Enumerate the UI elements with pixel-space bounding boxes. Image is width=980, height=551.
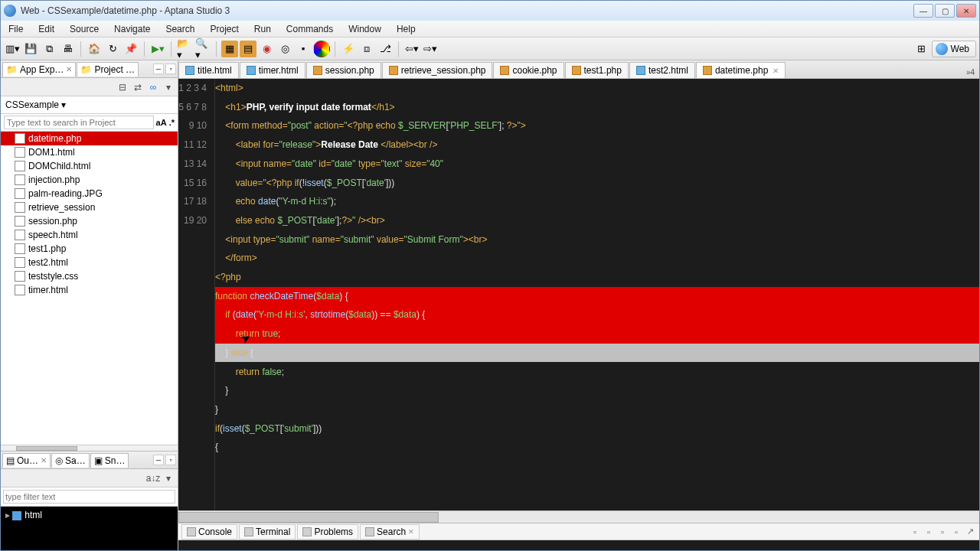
view-grid-button[interactable]: ▦ — [221, 41, 238, 57]
layout-icon[interactable]: ▫ — [936, 526, 949, 538]
file-icon — [15, 285, 25, 295]
orb-blue-icon[interactable]: ◎ — [276, 41, 293, 57]
menu-edit[interactable]: Edit — [31, 21, 62, 37]
tab-app-explorer[interactable]: 📁 App Exp… ✕ — [2, 62, 76, 77]
code-area[interactable]: <html> <h1>PHP, verify input date format… — [215, 79, 979, 510]
menu-window[interactable]: Window — [341, 21, 389, 37]
branch-icon[interactable]: ⎇ — [377, 41, 394, 57]
screen-icon[interactable]: ▪ — [295, 41, 312, 57]
minimize-button[interactable]: — — [913, 4, 933, 18]
link-editor-icon[interactable]: ⇄ — [132, 81, 144, 93]
save-all-button[interactable]: ⧉ — [41, 41, 57, 57]
file-item[interactable]: DOMChild.html — [1, 159, 178, 173]
close-icon[interactable]: ✕ — [41, 456, 47, 465]
file-tree[interactable]: datetime.phpDOM1.htmlDOMChild.htmlinject… — [1, 132, 178, 445]
view-menu-icon[interactable]: ▾ — [162, 81, 175, 93]
close-button[interactable]: ✕ — [956, 4, 976, 18]
menu-search[interactable]: Search — [158, 21, 202, 37]
search-button[interactable]: 🔍▾ — [194, 41, 211, 57]
menu-file[interactable]: File — [1, 21, 31, 37]
panel-tab-search[interactable]: Search✕ — [360, 524, 420, 540]
view-list-button[interactable]: ▤ — [240, 41, 256, 57]
file-item[interactable]: timer.html — [1, 283, 178, 297]
menu-project[interactable]: Project — [202, 21, 246, 37]
save-button[interactable]: 💾 — [22, 41, 39, 57]
forward-button[interactable]: ⇨▾ — [422, 41, 439, 57]
editor-tab[interactable]: test2.html — [629, 62, 695, 78]
file-item[interactable]: palm-reading.JPG — [1, 187, 178, 201]
clear-icon[interactable]: ▫ — [923, 526, 935, 538]
menu-source[interactable]: Source — [62, 21, 106, 37]
new-dropdown-button[interactable]: ▥▾ — [4, 41, 21, 57]
file-item[interactable]: teststyle.css — [1, 269, 178, 283]
refresh-button[interactable]: ↻ — [104, 41, 121, 57]
code-editor[interactable]: 1 2 3 4 5 6 7 8 9 10 11 12 13 14 15 16 1… — [178, 79, 979, 510]
outline-menu-icon[interactable]: ▾ — [162, 472, 175, 484]
menu-run[interactable]: Run — [247, 21, 279, 37]
minimize-view-icon[interactable]: ─ — [153, 64, 164, 74]
tab-snippets[interactable]: ▣ Sn… — [90, 453, 129, 468]
web-perspective-button[interactable]: Web — [932, 41, 976, 57]
outline-node-html[interactable]: html — [5, 510, 173, 520]
file-item[interactable]: test1.php — [1, 242, 178, 256]
pin-button[interactable]: 📌 — [122, 41, 139, 57]
tab-outline[interactable]: ▤ Ou… ✕ — [2, 453, 51, 468]
regex-toggle[interactable]: .* — [169, 118, 175, 127]
orb-red-icon[interactable]: ◉ — [258, 41, 275, 57]
wand-icon[interactable]: ⚡ — [340, 41, 357, 57]
project-search-input[interactable] — [4, 116, 154, 129]
tab-samples[interactable]: ◎ Sa… — [51, 453, 90, 468]
menu-help[interactable]: Help — [389, 21, 423, 37]
editor-tab[interactable]: timer.html — [240, 62, 305, 78]
file-item[interactable]: session.php — [1, 214, 178, 228]
more-tabs-button[interactable]: »4 — [962, 67, 979, 78]
editor-h-scrollbar[interactable] — [178, 510, 979, 523]
editor-tab[interactable]: datetime.php✕ — [696, 62, 786, 78]
editor-tab[interactable]: cookie.php — [493, 62, 564, 78]
back-button[interactable]: ⇦▾ — [403, 41, 420, 57]
outline-tree[interactable]: html — [1, 507, 178, 550]
maximize-view-icon[interactable]: ▫ — [165, 64, 176, 74]
link-icon[interactable]: ∞ — [147, 81, 159, 93]
file-item[interactable]: injection.php — [1, 173, 178, 187]
collapse-all-icon[interactable]: ⊟ — [116, 81, 129, 93]
editor-tab[interactable]: test1.php — [565, 62, 629, 78]
code-content[interactable]: <html> <h1>PHP, verify input date format… — [215, 79, 979, 457]
panel-tab-terminal[interactable]: Terminal — [239, 524, 296, 540]
project-selector[interactable]: CSSexample ▾ — [1, 96, 178, 114]
tree-h-scrollbar[interactable] — [1, 445, 178, 451]
menu-commands[interactable]: Commands — [279, 21, 341, 37]
color-wheel-icon[interactable] — [313, 41, 330, 57]
tab-project[interactable]: 📁 Project … — [77, 62, 139, 77]
minimize-view-icon[interactable]: ─ — [153, 455, 164, 465]
menu-icon[interactable]: ▫ — [950, 526, 962, 538]
outline-filter-input[interactable] — [3, 490, 175, 504]
editor-tab[interactable]: title.html — [178, 62, 239, 78]
file-item[interactable]: test2.html — [1, 256, 178, 269]
maximize-button[interactable]: ▢ — [935, 4, 955, 18]
case-toggle[interactable]: aA — [156, 118, 167, 127]
file-item[interactable]: datetime.php — [1, 132, 178, 145]
tree-icon[interactable]: ⧈ — [358, 41, 375, 57]
close-icon[interactable]: ✕ — [773, 67, 779, 75]
file-item[interactable]: speech.html — [1, 228, 178, 242]
file-item[interactable]: retrieve_session — [1, 201, 178, 214]
close-icon[interactable]: ✕ — [408, 528, 414, 536]
editor-tab[interactable]: session.php — [306, 62, 381, 78]
print-button[interactable]: 🖶 — [59, 41, 76, 57]
maximize-view-icon[interactable]: ▫ — [165, 455, 176, 465]
perspective-switcher-button[interactable]: ⊞ — [913, 41, 930, 57]
file-item[interactable]: DOM1.html — [1, 145, 178, 159]
menu-navigate[interactable]: Navigate — [106, 21, 158, 37]
editor-tab[interactable]: retrieve_session.php — [382, 62, 493, 78]
sort-icon[interactable]: a↓z — [147, 472, 159, 484]
panel-tab-problems[interactable]: Problems — [297, 524, 358, 540]
run-button[interactable]: ▶▾ — [149, 41, 166, 57]
ide-window: Web - CSSexample/datetime.php - Aptana S… — [0, 0, 980, 551]
panel-tab-console[interactable]: Console — [181, 524, 237, 540]
home-button[interactable]: 🏠 — [86, 41, 103, 57]
close-icon[interactable]: ✕ — [66, 65, 72, 73]
open-button[interactable]: 📂▾ — [176, 41, 193, 57]
external-icon[interactable]: ↗ — [964, 526, 976, 538]
pin-icon[interactable]: ▫ — [909, 526, 921, 538]
